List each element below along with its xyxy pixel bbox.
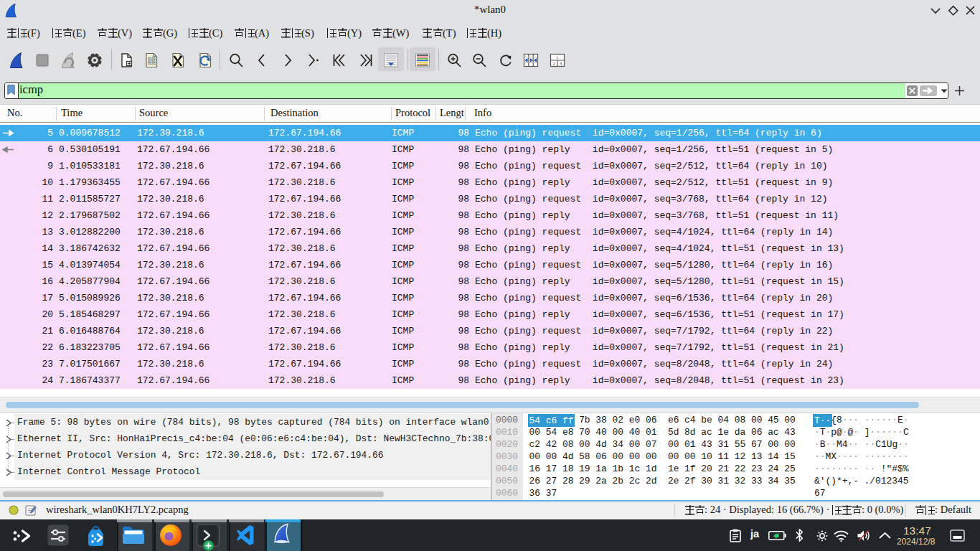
svg-text:1: 1 (556, 55, 558, 60)
svg-text:2: 2 (553, 61, 555, 66)
svg-text:0101: 0101 (148, 62, 156, 65)
svg-text:3: 3 (560, 61, 562, 66)
